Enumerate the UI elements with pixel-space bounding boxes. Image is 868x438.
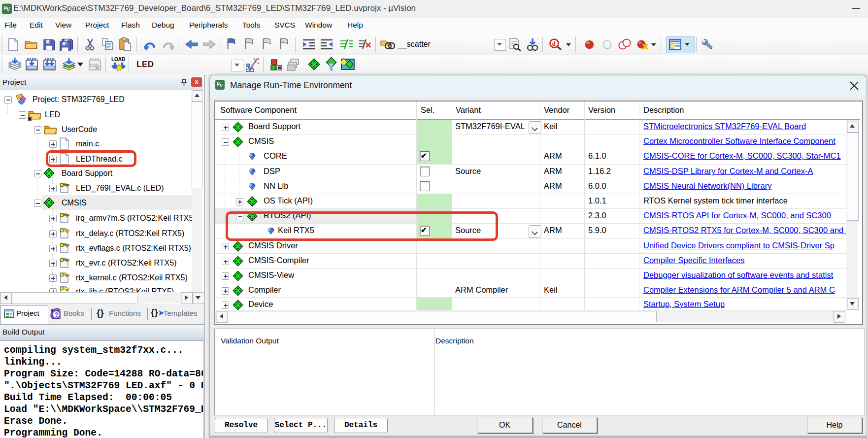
svg-text:LOAD: LOAD	[111, 56, 126, 62]
svg-text:V: V	[6, 6, 10, 13]
svg-text:V: V	[219, 82, 223, 88]
svg-text:?: ?	[55, 311, 58, 318]
svg-text:d: d	[552, 40, 556, 47]
